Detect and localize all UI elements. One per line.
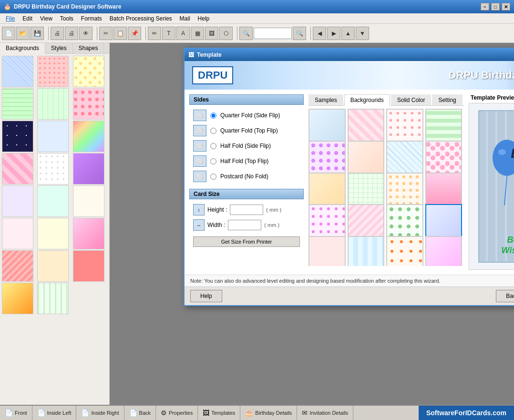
bg-item[interactable] — [37, 88, 69, 120]
tb-print[interactable]: 🖨 — [51, 27, 64, 40]
tb-down[interactable]: ▼ — [356, 27, 369, 40]
tmpl-tab-solid[interactable]: Solid Color — [391, 94, 432, 105]
tb-up[interactable]: ▲ — [341, 27, 355, 40]
maximize-button[interactable]: □ — [491, 3, 500, 10]
template-item[interactable] — [386, 236, 423, 266]
status-templates[interactable]: 🖼 Templates — [198, 406, 240, 420]
bg-item[interactable] — [73, 153, 104, 184]
menu-batch[interactable]: Batch Processing Series — [106, 14, 176, 23]
status-back[interactable]: 📄 Back — [124, 406, 156, 420]
bg-item[interactable] — [2, 283, 33, 314]
bg-item[interactable] — [2, 88, 33, 120]
fold-radio-0[interactable] — [210, 113, 216, 119]
dialog-note: Note: You can also do advanced level edi… — [185, 275, 514, 287]
tb-save[interactable]: 💾 — [31, 27, 44, 40]
menu-help[interactable]: Help — [194, 14, 214, 23]
fold-icon-3: ⬜ — [193, 155, 206, 167]
tmpl-tab-backgrounds[interactable]: Backgrounds — [344, 94, 390, 106]
bg-item[interactable] — [73, 250, 104, 282]
fold-option-4[interactable]: ⬜ Postcard (No Fold) — [189, 169, 304, 184]
tb-barcode[interactable]: ▦ — [191, 27, 204, 40]
tb-draw[interactable]: ✏ — [148, 27, 161, 40]
tmpl-tab-samples[interactable]: Samples — [308, 94, 343, 105]
width-input[interactable]: 80.00 — [228, 220, 261, 230]
bg-item[interactable] — [37, 153, 69, 184]
help-button[interactable]: Help — [190, 290, 222, 302]
tab-styles[interactable]: Styles — [45, 43, 73, 53]
bg-item[interactable] — [2, 218, 33, 249]
bg-item[interactable] — [37, 218, 69, 249]
bg-item[interactable] — [73, 56, 104, 87]
background-grid — [0, 54, 109, 316]
tb-shapes[interactable]: ⬡ — [219, 27, 233, 40]
menu-formats[interactable]: Formats — [77, 14, 106, 23]
tb-text[interactable]: T — [162, 27, 175, 40]
bg-item[interactable] — [73, 185, 104, 217]
dialog-title: Template — [197, 51, 222, 58]
bg-item[interactable] — [73, 121, 104, 152]
status-front[interactable]: 📄 Front — [0, 406, 32, 420]
bg-item[interactable] — [2, 121, 33, 152]
tb-back[interactable]: ◀ — [313, 27, 326, 40]
fold-option-3[interactable]: ⬜ Half Fold (Top Flip) — [189, 154, 304, 169]
close-button[interactable]: ✕ — [502, 3, 510, 10]
status-properties[interactable]: ⚙ Properties — [156, 406, 198, 420]
fold-label-1: Quarter Fold (Top Flip) — [220, 127, 278, 134]
bg-item[interactable] — [2, 250, 33, 282]
bg-item[interactable] — [2, 153, 33, 184]
svg-rect-4 — [497, 110, 505, 263]
bg-item[interactable] — [37, 250, 69, 282]
menu-view[interactable]: View — [36, 14, 56, 23]
fold-radio-3[interactable] — [210, 158, 216, 164]
status-invitation-label: Invitation Details — [309, 410, 348, 416]
bg-item[interactable] — [73, 88, 104, 120]
bg-item[interactable] — [37, 121, 69, 152]
template-item[interactable] — [425, 236, 463, 266]
status-invitation[interactable]: ✉ Invitation Details — [297, 406, 353, 420]
menu-file[interactable]: File — [2, 14, 19, 23]
back-button[interactable]: Back — [496, 290, 514, 302]
bg-item[interactable] — [73, 218, 104, 249]
tb-zoom-in[interactable]: 🔍 — [239, 27, 253, 40]
tmpl-tab-setting[interactable]: Setting — [432, 94, 462, 105]
height-input[interactable]: 100.00 — [230, 205, 263, 215]
bg-item[interactable] — [2, 185, 33, 217]
tab-backgrounds[interactable]: Backgrounds — [0, 43, 45, 54]
tb-cut[interactable]: ✂ — [99, 27, 113, 40]
preview-panel: Template Preview — [469, 94, 514, 270]
tb-forward[interactable]: ▶ — [327, 27, 340, 40]
fold-option-1[interactable]: ⬜ Quarter Fold (Top Flip) — [189, 123, 304, 138]
bg-item[interactable] — [37, 283, 69, 314]
tb-new[interactable]: 📄 — [2, 27, 15, 40]
menu-mail[interactable]: Mail — [176, 14, 194, 23]
bg-item[interactable] — [37, 185, 69, 217]
bg-item[interactable] — [37, 56, 69, 87]
website-label: SoftwareForIDCards.com — [419, 406, 514, 420]
template-item[interactable] — [308, 236, 346, 266]
tb-paste[interactable]: 📌 — [128, 27, 141, 40]
bg-item[interactable] — [2, 56, 33, 87]
menu-edit[interactable]: Edit — [19, 14, 36, 23]
tb-print2[interactable]: 🖨 — [65, 27, 78, 40]
minimize-button[interactable]: − — [481, 3, 489, 10]
template-item[interactable] — [348, 236, 385, 266]
fold-radio-4[interactable] — [210, 174, 216, 180]
tb-preview[interactable]: 👁 — [79, 27, 93, 40]
status-inside-left[interactable]: 📄 Inside Left — [32, 406, 77, 420]
tb-open[interactable]: 📂 — [16, 27, 30, 40]
menu-tools[interactable]: Tools — [56, 14, 77, 23]
tb-wordart[interactable]: A — [176, 27, 190, 40]
status-inside-right[interactable]: 📄 Inside Right — [76, 406, 124, 420]
fold-radio-2[interactable] — [210, 143, 216, 149]
fold-radio-1[interactable] — [210, 128, 216, 134]
status-birthday[interactable]: 🎂 Birthday Details — [240, 406, 297, 420]
fold-option-0[interactable]: ⬜ Quarter Fold (Side Flip) — [189, 108, 304, 123]
get-size-button[interactable]: Get Size From Printer — [193, 236, 300, 247]
tb-zoom-out[interactable]: 🔍 — [293, 27, 306, 40]
title-bar: 🎂 DRPU Birthday Card Designer Software −… — [0, 0, 514, 13]
fold-option-2[interactable]: ⬜ Half Fold (Side Flip) — [189, 138, 304, 154]
tab-shapes[interactable]: Shapes — [73, 43, 104, 53]
tb-copy[interactable]: 📋 — [113, 27, 127, 40]
tb-image[interactable]: 🖼 — [205, 27, 218, 40]
zoom-input[interactable]: 100% — [254, 28, 292, 39]
